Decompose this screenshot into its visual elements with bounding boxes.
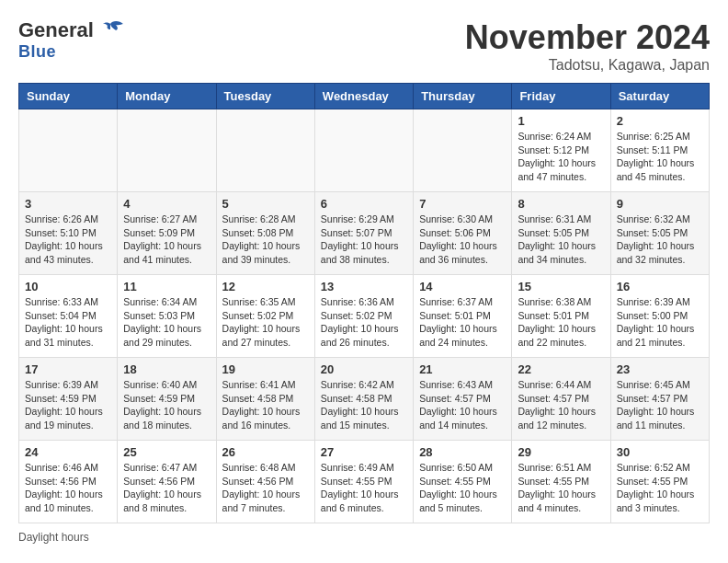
day-info: Sunrise: 6:36 AM Sunset: 5:02 PM Dayligh… xyxy=(321,295,407,350)
calendar-cell: 24Sunrise: 6:46 AM Sunset: 4:56 PM Dayli… xyxy=(19,441,118,523)
day-info: Sunrise: 6:47 AM Sunset: 4:56 PM Dayligh… xyxy=(123,461,210,515)
day-number: 22 xyxy=(518,362,604,376)
day-number: 11 xyxy=(123,280,210,293)
calendar-cell xyxy=(118,109,216,192)
logo-text: General xyxy=(18,18,123,42)
day-number: 21 xyxy=(419,362,506,376)
footer-note: Daylight hours xyxy=(18,531,710,544)
calendar-week-row: 24Sunrise: 6:46 AM Sunset: 4:56 PM Dayli… xyxy=(19,441,710,523)
day-info: Sunrise: 6:43 AM Sunset: 4:57 PM Dayligh… xyxy=(419,378,506,432)
calendar-cell: 14Sunrise: 6:37 AM Sunset: 5:01 PM Dayli… xyxy=(414,275,512,358)
day-number: 28 xyxy=(419,445,506,459)
day-info: Sunrise: 6:46 AM Sunset: 4:56 PM Dayligh… xyxy=(25,461,111,515)
location: Tadotsu, Kagawa, Japan xyxy=(465,57,710,74)
day-info: Sunrise: 6:51 AM Sunset: 4:55 PM Dayligh… xyxy=(518,461,604,515)
calendar-cell: 3Sunrise: 6:26 AM Sunset: 5:10 PM Daylig… xyxy=(19,192,118,275)
calendar-cell: 21Sunrise: 6:43 AM Sunset: 4:57 PM Dayli… xyxy=(414,358,512,441)
logo-general: General xyxy=(18,18,94,42)
day-info: Sunrise: 6:35 AM Sunset: 5:02 PM Dayligh… xyxy=(222,295,309,350)
calendar-cell: 15Sunrise: 6:38 AM Sunset: 5:01 PM Dayli… xyxy=(512,275,610,358)
logo-blue-text: Blue xyxy=(18,42,56,62)
day-info: Sunrise: 6:40 AM Sunset: 4:59 PM Dayligh… xyxy=(123,378,210,432)
col-thursday: Thursday xyxy=(414,84,512,109)
calendar-header-row: Sunday Monday Tuesday Wednesday Thursday… xyxy=(19,84,710,109)
calendar-cell: 5Sunrise: 6:28 AM Sunset: 5:08 PM Daylig… xyxy=(216,192,314,275)
day-number: 15 xyxy=(518,280,604,293)
calendar: Sunday Monday Tuesday Wednesday Thursday… xyxy=(18,83,710,523)
day-number: 5 xyxy=(222,197,309,211)
day-info: Sunrise: 6:42 AM Sunset: 4:58 PM Dayligh… xyxy=(321,378,407,432)
calendar-cell: 1Sunrise: 6:24 AM Sunset: 5:12 PM Daylig… xyxy=(512,109,610,192)
calendar-cell: 20Sunrise: 6:42 AM Sunset: 4:58 PM Dayli… xyxy=(314,358,413,441)
day-number: 17 xyxy=(25,362,111,376)
calendar-week-row: 3Sunrise: 6:26 AM Sunset: 5:10 PM Daylig… xyxy=(19,192,710,275)
day-info: Sunrise: 6:41 AM Sunset: 4:58 PM Dayligh… xyxy=(222,378,309,432)
day-number: 23 xyxy=(617,362,703,376)
col-saturday: Saturday xyxy=(610,84,709,109)
day-number: 8 xyxy=(518,197,604,211)
day-info: Sunrise: 6:32 AM Sunset: 5:05 PM Dayligh… xyxy=(617,213,703,267)
calendar-cell xyxy=(314,109,413,192)
day-info: Sunrise: 6:49 AM Sunset: 4:55 PM Dayligh… xyxy=(321,461,407,515)
calendar-cell: 11Sunrise: 6:34 AM Sunset: 5:03 PM Dayli… xyxy=(118,275,216,358)
day-number: 24 xyxy=(25,445,111,459)
calendar-cell: 19Sunrise: 6:41 AM Sunset: 4:58 PM Dayli… xyxy=(216,358,314,441)
calendar-cell: 27Sunrise: 6:49 AM Sunset: 4:55 PM Dayli… xyxy=(314,441,413,523)
col-friday: Friday xyxy=(512,84,610,109)
day-number: 7 xyxy=(419,197,506,211)
day-info: Sunrise: 6:33 AM Sunset: 5:04 PM Dayligh… xyxy=(25,295,111,350)
day-number: 2 xyxy=(617,114,703,128)
month-title: November 2024 xyxy=(465,18,710,57)
calendar-week-row: 10Sunrise: 6:33 AM Sunset: 5:04 PM Dayli… xyxy=(19,275,710,358)
page-header: General Blue November 2024 Tadotsu, Kaga… xyxy=(18,18,710,74)
day-info: Sunrise: 6:52 AM Sunset: 4:55 PM Dayligh… xyxy=(617,461,703,515)
calendar-cell: 6Sunrise: 6:29 AM Sunset: 5:07 PM Daylig… xyxy=(314,192,413,275)
calendar-cell: 29Sunrise: 6:51 AM Sunset: 4:55 PM Dayli… xyxy=(512,441,610,523)
day-info: Sunrise: 6:28 AM Sunset: 5:08 PM Dayligh… xyxy=(222,213,309,267)
calendar-cell xyxy=(19,109,118,192)
calendar-cell: 17Sunrise: 6:39 AM Sunset: 4:59 PM Dayli… xyxy=(19,358,118,441)
day-info: Sunrise: 6:26 AM Sunset: 5:10 PM Dayligh… xyxy=(25,213,111,267)
calendar-cell: 28Sunrise: 6:50 AM Sunset: 4:55 PM Dayli… xyxy=(414,441,512,523)
day-number: 16 xyxy=(617,280,703,293)
col-sunday: Sunday xyxy=(19,84,118,109)
day-number: 3 xyxy=(25,197,111,211)
calendar-cell: 2Sunrise: 6:25 AM Sunset: 5:11 PM Daylig… xyxy=(610,109,709,192)
calendar-week-row: 1Sunrise: 6:24 AM Sunset: 5:12 PM Daylig… xyxy=(19,109,710,192)
calendar-cell: 8Sunrise: 6:31 AM Sunset: 5:05 PM Daylig… xyxy=(512,192,610,275)
col-wednesday: Wednesday xyxy=(314,84,413,109)
col-monday: Monday xyxy=(118,84,216,109)
day-info: Sunrise: 6:38 AM Sunset: 5:01 PM Dayligh… xyxy=(518,295,604,350)
day-info: Sunrise: 6:30 AM Sunset: 5:06 PM Dayligh… xyxy=(419,213,506,267)
calendar-cell: 22Sunrise: 6:44 AM Sunset: 4:57 PM Dayli… xyxy=(512,358,610,441)
day-info: Sunrise: 6:45 AM Sunset: 4:57 PM Dayligh… xyxy=(617,378,703,432)
day-number: 4 xyxy=(123,197,210,211)
day-number: 29 xyxy=(518,445,604,459)
col-tuesday: Tuesday xyxy=(216,84,314,109)
calendar-cell xyxy=(216,109,314,192)
day-info: Sunrise: 6:37 AM Sunset: 5:01 PM Dayligh… xyxy=(419,295,506,350)
title-block: November 2024 Tadotsu, Kagawa, Japan xyxy=(465,18,710,74)
calendar-cell: 16Sunrise: 6:39 AM Sunset: 5:00 PM Dayli… xyxy=(610,275,709,358)
calendar-week-row: 17Sunrise: 6:39 AM Sunset: 4:59 PM Dayli… xyxy=(19,358,710,441)
calendar-cell: 10Sunrise: 6:33 AM Sunset: 5:04 PM Dayli… xyxy=(19,275,118,358)
day-number: 25 xyxy=(123,445,210,459)
calendar-cell: 26Sunrise: 6:48 AM Sunset: 4:56 PM Dayli… xyxy=(216,441,314,523)
day-number: 18 xyxy=(123,362,210,376)
day-info: Sunrise: 6:29 AM Sunset: 5:07 PM Dayligh… xyxy=(321,213,407,267)
logo: General Blue xyxy=(18,18,123,62)
day-number: 20 xyxy=(321,362,407,376)
day-number: 12 xyxy=(222,280,309,293)
day-number: 19 xyxy=(222,362,309,376)
day-info: Sunrise: 6:39 AM Sunset: 4:59 PM Dayligh… xyxy=(25,378,111,432)
day-info: Sunrise: 6:48 AM Sunset: 4:56 PM Dayligh… xyxy=(222,461,309,515)
calendar-cell: 18Sunrise: 6:40 AM Sunset: 4:59 PM Dayli… xyxy=(118,358,216,441)
day-number: 6 xyxy=(321,197,407,211)
day-info: Sunrise: 6:44 AM Sunset: 4:57 PM Dayligh… xyxy=(518,378,604,432)
day-info: Sunrise: 6:25 AM Sunset: 5:11 PM Dayligh… xyxy=(617,130,703,184)
day-number: 27 xyxy=(321,445,407,459)
calendar-cell: 12Sunrise: 6:35 AM Sunset: 5:02 PM Dayli… xyxy=(216,275,314,358)
day-number: 14 xyxy=(419,280,506,293)
day-info: Sunrise: 6:24 AM Sunset: 5:12 PM Dayligh… xyxy=(518,130,604,184)
calendar-cell: 4Sunrise: 6:27 AM Sunset: 5:09 PM Daylig… xyxy=(118,192,216,275)
